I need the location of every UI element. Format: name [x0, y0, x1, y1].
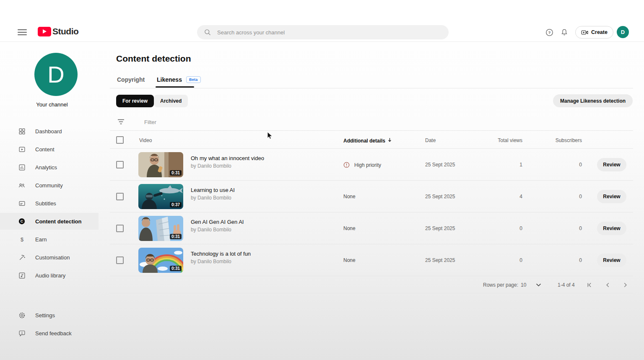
sidebar-item-earn[interactable]: $ Earn — [0, 231, 99, 248]
additional-details-cell: None — [343, 257, 356, 263]
filter-icon — [117, 119, 125, 126]
sidebar-item-settings[interactable]: Settings — [0, 307, 99, 324]
sidebar-item-subtitles[interactable]: Subtitles — [0, 195, 99, 212]
review-button[interactable]: Review — [597, 190, 626, 203]
column-header-additional-details[interactable]: Additional details — [343, 137, 392, 144]
date-cell: 25 Sept 2025 — [425, 194, 455, 199]
select-all-checkbox[interactable] — [116, 136, 124, 144]
manage-likeness-detection-button[interactable]: Manage Likeness detection — [553, 94, 633, 107]
column-header-subscribers[interactable]: Subscribers — [541, 137, 582, 143]
sidebar-item-content-detection[interactable]: C Content detection — [0, 213, 99, 230]
row-checkbox[interactable] — [116, 256, 124, 264]
create-button-label: Create — [591, 29, 608, 35]
video-thumbnail[interactable]: 0:37 — [138, 184, 183, 209]
additional-details-cell: High priority — [343, 162, 381, 168]
first-page-icon[interactable] — [586, 282, 593, 288]
sidebar-item-dashboard[interactable]: Dashboard — [0, 123, 99, 140]
filter-chip-for-review[interactable]: For review — [116, 95, 154, 107]
row-checkbox[interactable] — [116, 193, 124, 200]
video-thumbnail[interactable]: 0:31 — [138, 152, 183, 177]
channel-label: Your channel — [0, 101, 104, 108]
row-checkbox[interactable] — [116, 161, 124, 168]
notifications-bell-icon[interactable] — [560, 28, 569, 37]
rows-per-page-value[interactable]: 10 — [521, 282, 526, 288]
filter-chip-archived[interactable]: Archived — [154, 95, 188, 107]
duration-badge: 0:31 — [170, 170, 182, 176]
search-input[interactable] — [217, 29, 443, 36]
sidebar-item-content[interactable]: Content — [0, 141, 99, 158]
active-tab-underline — [156, 86, 194, 88]
date-cell: 25 Sept 2025 — [425, 257, 455, 263]
video-thumbnail[interactable]: 0:31 — [138, 216, 183, 241]
sidebar-item-community[interactable]: Community — [0, 177, 99, 194]
row-checkbox[interactable] — [116, 225, 124, 232]
table-header-row: Video Additional details Date Total view… — [104, 131, 644, 149]
table-row: 0:31 Technology is a lot of fun by Danil… — [104, 244, 644, 276]
video-title[interactable]: Oh my what an innocent video — [191, 155, 264, 161]
sidebar-item-customisation[interactable]: Customisation — [0, 249, 99, 266]
svg-text:$: $ — [20, 236, 23, 242]
column-header-date[interactable]: Date — [425, 137, 436, 143]
analytics-icon — [18, 163, 26, 171]
tab-copyright[interactable]: Copyright — [117, 76, 145, 83]
content-detection-icon: C — [18, 218, 26, 225]
high-priority-icon — [343, 162, 350, 168]
video-title[interactable]: Gen AI Gen AI Gen AI — [191, 219, 244, 225]
additional-details-cell: None — [343, 194, 356, 199]
table-row: 0:37 Learning to use AI by Danilo Bombil… — [104, 181, 644, 212]
pagination-range-label: 1-4 of 4 — [558, 282, 575, 288]
video-author: by Danilo Bombilo — [191, 227, 231, 233]
tab-likeness[interactable]: Likeness Beta — [157, 76, 201, 83]
sidebar-item-audio-library[interactable]: Audio library — [0, 267, 99, 284]
content-icon — [18, 145, 26, 153]
channel-avatar[interactable]: D — [34, 53, 78, 96]
table-row: 0:31 Oh my what an innocent video by Dan… — [104, 149, 644, 181]
youtube-studio-logo[interactable]: Studio — [38, 26, 78, 37]
subscribers-cell: 0 — [541, 257, 582, 263]
review-button[interactable]: Review — [597, 222, 626, 235]
search-icon — [203, 28, 212, 37]
filter-input[interactable] — [144, 119, 312, 125]
search-bar[interactable] — [197, 25, 449, 39]
subscribers-cell: 0 — [541, 225, 582, 231]
total-views-cell: 4 — [482, 194, 522, 199]
video-title[interactable]: Learning to use AI — [191, 187, 235, 193]
additional-details-cell: None — [343, 225, 356, 231]
beta-badge: Beta — [186, 76, 201, 83]
create-video-icon — [581, 29, 588, 36]
sidebar-item-analytics[interactable]: Analytics — [0, 159, 99, 176]
wand-icon — [18, 254, 26, 261]
create-button[interactable]: Create — [575, 26, 613, 39]
youtube-play-icon — [38, 27, 51, 36]
column-header-total-views[interactable]: Total views — [482, 137, 522, 143]
video-author: by Danilo Bombilo — [191, 259, 231, 264]
review-button[interactable]: Review — [597, 158, 626, 171]
review-button[interactable]: Review — [597, 254, 626, 267]
total-views-cell: 0 — [482, 257, 522, 263]
sidebar: D Your channel Dashboard Content Analyti… — [0, 42, 104, 360]
dashboard-icon — [18, 127, 26, 135]
video-thumbnail[interactable]: 0:31 — [138, 248, 183, 273]
subscribers-cell: 0 — [541, 162, 582, 168]
table-filter-bar — [110, 114, 633, 131]
subscribers-cell: 0 — [541, 194, 582, 199]
total-views-cell: 0 — [482, 225, 522, 231]
chevron-down-icon[interactable] — [535, 282, 542, 288]
help-icon[interactable]: ? — [545, 28, 554, 37]
video-author: by Danilo Bombilo — [191, 195, 231, 201]
sidebar-item-send-feedback[interactable]: Send feedback — [0, 325, 99, 342]
rows-per-page-label: Rows per page: — [483, 282, 518, 288]
total-views-cell: 1 — [482, 162, 522, 168]
video-title[interactable]: Technology is a lot of fun — [191, 251, 251, 257]
table-footer: Rows per page: 10 1-4 of 4 — [104, 276, 644, 293]
table-row: 0:31 Gen AI Gen AI Gen AI by Danilo Bomb… — [104, 212, 644, 244]
column-header-video[interactable]: Video — [139, 137, 152, 143]
duration-badge: 0:31 — [170, 266, 182, 271]
dollar-icon: $ — [18, 236, 26, 243]
hamburger-menu-icon[interactable] — [18, 28, 27, 36]
top-bar: Studio ? Create D — [0, 0, 644, 42]
account-avatar[interactable]: D — [617, 26, 629, 38]
next-page-icon[interactable] — [622, 282, 629, 288]
previous-page-icon[interactable] — [604, 282, 611, 288]
subtitles-icon — [18, 199, 26, 207]
